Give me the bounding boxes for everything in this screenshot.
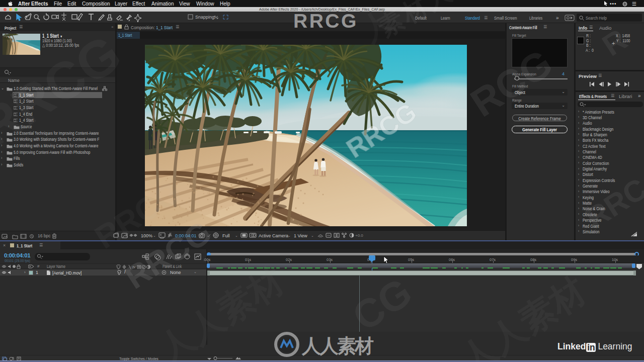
svg-text:Active Camera: Active Camera (259, 233, 288, 238)
svg-text:⌄: ⌄ (311, 234, 314, 237)
svg-text:Snapping: Snapping (195, 15, 214, 20)
svg-text:⌄: ⌄ (288, 234, 291, 237)
svg-text:1 View: 1 View (294, 233, 307, 238)
svg-text:⌄: ⌄ (153, 234, 156, 237)
svg-text:⌄: ⌄ (235, 234, 238, 237)
svg-text:0:00:04:01: 0:00:04:01 (175, 233, 197, 238)
svg-text:fx: fx (132, 265, 136, 269)
svg-text:Full: Full (222, 233, 230, 238)
svg-text:+0.0: +0.0 (355, 233, 363, 238)
svg-text:人人素材: 人人素材 (301, 335, 374, 356)
svg-text:100%: 100% (141, 233, 152, 238)
